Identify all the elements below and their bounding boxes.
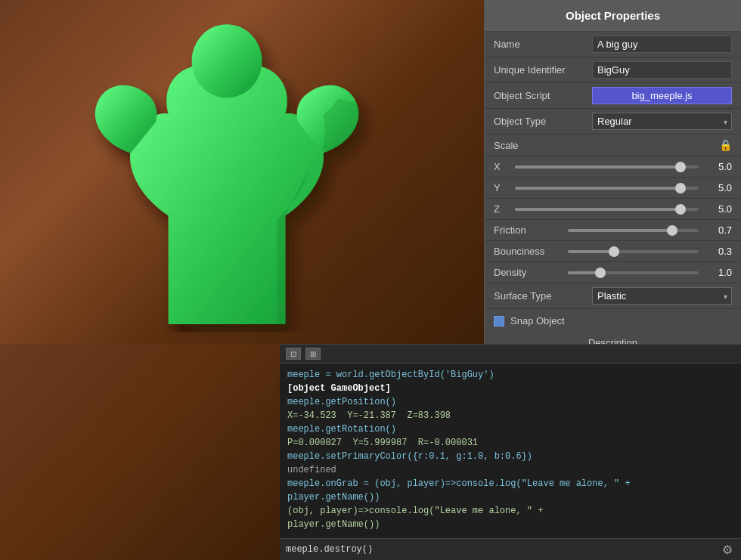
surface-select-wrapper: Plastic Wood Metal Cloth ▾	[592, 287, 732, 305]
viewport-bottom	[0, 344, 280, 560]
type-select[interactable]: Regular Physics Static	[592, 113, 732, 130]
console-line-5: meeple.getRotation()	[287, 422, 733, 436]
description-header: Description	[485, 333, 741, 344]
surface-row: Surface Type Plastic Wood Metal Cloth ▾	[485, 283, 741, 309]
y-slider-track[interactable]	[515, 187, 699, 190]
bounciness-label: Bounciness	[494, 246, 562, 257]
console-bottom: meeple.destroy() ⚙	[280, 538, 741, 560]
friction-slider-track[interactable]	[568, 229, 699, 232]
script-button[interactable]: big_meeple.js	[592, 87, 732, 104]
console-line-12: player.getName())	[287, 518, 733, 531]
console-toolbar: ⊡ ⊞	[280, 345, 741, 364]
script-label: Object Script	[494, 90, 592, 101]
y-slider-fill	[515, 187, 681, 190]
name-label: Name	[494, 39, 592, 50]
y-slider-thumb[interactable]	[675, 183, 686, 193]
gear-button[interactable]: ⚙	[720, 542, 735, 557]
console-line-7: meeple.setPrimaryColor({r:0.1, g:1.0, b:…	[287, 450, 733, 463]
z-slider-thumb[interactable]	[675, 204, 686, 215]
console-bottom-text: meeple.destroy()	[286, 544, 720, 555]
friction-slider-fill	[568, 229, 672, 232]
snap-checkbox[interactable]	[494, 316, 504, 326]
density-row: Density 1.0	[485, 262, 741, 283]
density-value: 1.0	[705, 267, 732, 278]
bounciness-slider-thumb[interactable]	[609, 246, 619, 257]
console-btn-2[interactable]: ⊞	[305, 348, 321, 360]
bounciness-slider-fill	[568, 250, 614, 253]
x-slider-track[interactable]	[515, 166, 699, 169]
name-row: Name A big guy	[485, 32, 741, 57]
scale-label: Scale	[494, 140, 519, 151]
3d-viewport	[0, 0, 484, 344]
type-select-wrapper: Regular Physics Static ▾	[592, 113, 732, 130]
uid-value-container: BigGuy	[592, 61, 732, 79]
friction-value: 0.7	[705, 224, 732, 236]
x-slider-fill	[515, 166, 681, 169]
console-line-6: P=0.000027 Y=5.999987 R=-0.000031	[287, 436, 733, 450]
z-slider-track[interactable]	[515, 208, 699, 211]
y-value: 5.0	[705, 182, 732, 193]
name-value-container: A big guy	[592, 36, 732, 53]
bounciness-slider-track[interactable]	[568, 250, 699, 253]
snap-label: Snap Object	[510, 315, 565, 326]
name-value[interactable]: A big guy	[592, 36, 732, 53]
scale-header-row: Scale 🔒	[485, 135, 741, 156]
density-slider-track[interactable]	[568, 271, 699, 274]
console-content[interactable]: meeple = world.getObjectById('BigGuy') […	[280, 364, 741, 538]
scale-y-row: Y 5.0	[485, 178, 741, 199]
friction-slider-thumb[interactable]	[667, 225, 677, 236]
main-area: Object Properties Name A big guy Unique …	[0, 0, 741, 344]
bounciness-row: Bounciness 0.3	[485, 241, 741, 262]
z-slider-fill	[515, 208, 681, 211]
uid-row: Unique Identifier BigGuy	[485, 57, 741, 83]
console-panel: ⊡ ⊞ meeple = world.getObjectById('BigGuy…	[280, 344, 741, 560]
bottom-area: ⊡ ⊞ meeple = world.getObjectById('BigGuy…	[0, 344, 741, 560]
friction-row: Friction 0.7	[485, 220, 741, 241]
bounciness-value: 0.3	[705, 246, 732, 257]
console-line-10: player.getName())	[287, 490, 733, 504]
console-line-8: undefined	[287, 463, 733, 477]
density-slider-thumb[interactable]	[595, 268, 606, 278]
console-line-9: meeple.onGrab = (obj, player)=>console.l…	[287, 477, 733, 490]
lock-icon[interactable]: 🔒	[719, 139, 732, 151]
properties-header: Object Properties	[485, 0, 741, 32]
scale-z-row: Z 5.0	[485, 199, 741, 220]
type-label: Object Type	[494, 116, 592, 127]
snap-row: Snap Object	[485, 309, 741, 333]
z-value: 5.0	[705, 203, 732, 215]
meeple-object	[45, 15, 408, 333]
surface-label: Surface Type	[494, 290, 592, 302]
x-slider-thumb[interactable]	[675, 162, 686, 172]
scale-x-row: X 5.0	[485, 156, 741, 178]
z-label: Z	[494, 203, 509, 215]
y-label: Y	[494, 182, 509, 193]
surface-select[interactable]: Plastic Wood Metal Cloth	[592, 287, 732, 305]
console-wrapper: ⊡ ⊞ meeple = world.getObjectById('BigGuy…	[280, 344, 741, 560]
properties-title: Object Properties	[566, 9, 660, 22]
density-label: Density	[494, 267, 562, 278]
uid-value[interactable]: BigGuy	[592, 61, 732, 79]
console-btn-1[interactable]: ⊡	[286, 348, 301, 360]
console-line-3: meeple.getPosition()	[287, 395, 733, 409]
properties-panel: Object Properties Name A big guy Unique …	[484, 0, 741, 344]
uid-label: Unique Identifier	[494, 64, 592, 76]
type-row: Object Type Regular Physics Static ▾	[485, 109, 741, 135]
script-row: Object Script big_meeple.js	[485, 83, 741, 109]
x-value: 5.0	[705, 161, 732, 172]
console-line-11: (obj, player)=>console.log("Leave me alo…	[287, 504, 733, 518]
svg-point-0	[192, 24, 262, 97]
console-line-1: meeple = world.getObjectById('BigGuy')	[287, 368, 733, 382]
console-line-2: [object GameObject]	[287, 382, 733, 395]
x-label: X	[494, 161, 509, 172]
friction-label: Friction	[494, 224, 562, 236]
script-value-container: big_meeple.js	[592, 87, 732, 104]
console-line-4: X=-34.523 Y=-21.387 Z=83.398	[287, 409, 733, 422]
